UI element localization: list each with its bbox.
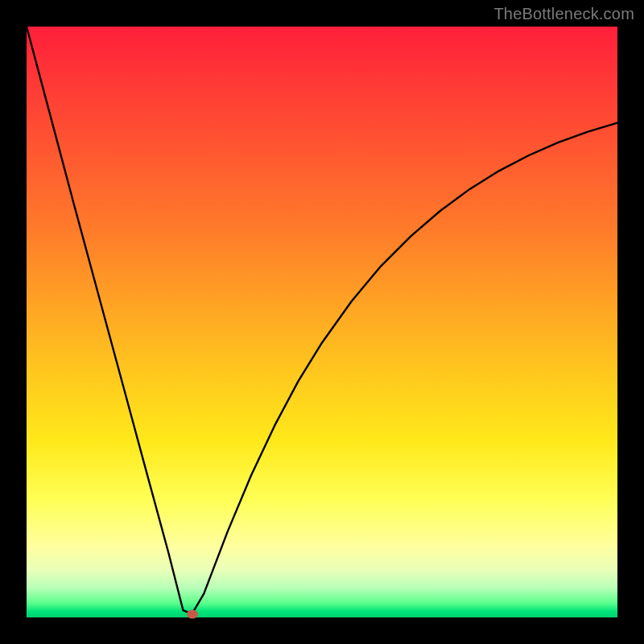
chart-frame: TheBottleneck.com [0, 0, 644, 644]
plot-area [27, 27, 617, 617]
optimum-marker [187, 609, 198, 618]
watermark-text: TheBottleneck.com [493, 5, 634, 23]
curve-svg [27, 27, 617, 617]
bottleneck-curve-path [27, 27, 617, 614]
